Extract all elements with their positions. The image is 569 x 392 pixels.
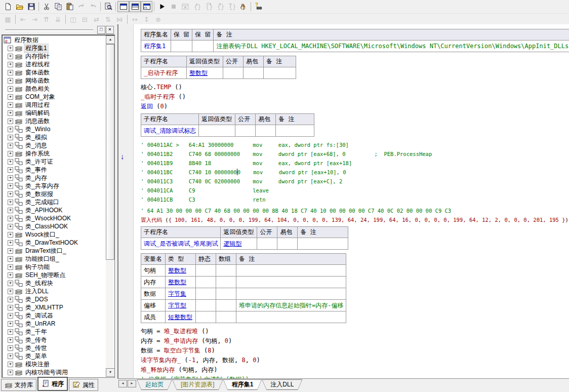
tree-item[interactable]: +类_传奇 (3, 336, 106, 344)
code-editor[interactable]: ↓ 程序集名保 留保 留备 注程序集1 注册表钩子DLL HKEY_LOCAL_… (117, 24, 569, 379)
code-line[interactable]: 返回 (0) (141, 102, 569, 111)
expand-icon[interactable]: + (8, 370, 13, 375)
tree-item[interactable]: +程序集1 (3, 44, 106, 52)
tree-scrollbar[interactable]: ▲ ▼ (106, 35, 114, 377)
table-cell[interactable]: 堆申请的内存信息起始指针=内存-偏移 (236, 300, 346, 311)
expand-icon[interactable]: + (8, 232, 13, 238)
expand-icon[interactable]: + (8, 86, 13, 92)
table-cell[interactable] (199, 125, 235, 137)
tree-item[interactable]: +类_共享内存 (3, 182, 106, 190)
code-line[interactable]: ' 004011CB C3 retn (141, 195, 569, 204)
expand-icon[interactable]: + (8, 240, 13, 246)
tree-item[interactable]: +调用过程 (3, 101, 106, 109)
code-line[interactable]: 核心.TEMP () (141, 83, 569, 92)
table-cell[interactable]: 调试_清除调试标志 (141, 125, 199, 137)
tree-item[interactable]: +DrawText接口_ (3, 247, 106, 255)
tree-item[interactable]: +COM_对象 (3, 93, 106, 101)
table-cell[interactable] (276, 125, 314, 137)
table-cell[interactable]: 句柄 (141, 265, 166, 277)
editor-content[interactable]: 程序集名保 留保 留备 注程序集1 注册表钩子DLL HKEY_LOCAL_MA… (134, 24, 569, 379)
tree-root[interactable]: e 程序数据 (3, 36, 106, 44)
table-cell[interactable] (216, 265, 236, 277)
tree-item[interactable]: +编码解码 (3, 109, 106, 117)
save-button[interactable] (25, 1, 37, 12)
table-cell[interactable]: 字节集 (166, 288, 196, 300)
code-line[interactable]: 句柄 = 堆_取进程堆 () (141, 327, 569, 336)
expand-icon[interactable]: + (8, 183, 13, 189)
table-cell[interactable]: 偏移 (141, 300, 166, 311)
open-button[interactable] (14, 1, 25, 12)
run-button[interactable] (156, 1, 168, 12)
table-cell[interactable] (196, 300, 216, 311)
tree-item[interactable]: +类_WinIo (3, 125, 106, 133)
expand-icon[interactable]: + (8, 362, 13, 367)
table-cell[interactable] (216, 311, 236, 323)
table-cell[interactable] (236, 265, 346, 277)
table-cell[interactable]: 整数型 (166, 265, 196, 277)
tree-item[interactable]: +类_消息 (3, 141, 106, 149)
tree-item[interactable]: +类_DrawTextHOOK (3, 239, 106, 247)
tree-item[interactable]: +功能接口组_ (3, 255, 106, 263)
tree-item[interactable]: +钩子功能 (3, 263, 106, 271)
table-cell[interactable]: 逻辑型 (221, 238, 257, 250)
expand-icon[interactable]: + (8, 70, 13, 75)
scrollbar-thumb[interactable] (106, 44, 114, 260)
code-line[interactable]: 数据 = 取空白字节集 (8) (141, 346, 569, 356)
tree-item[interactable]: +类_UnRAR (3, 320, 106, 328)
expand-icon[interactable]: + (8, 127, 13, 132)
code-line[interactable]: ' 004011CA C9 leave (141, 186, 569, 195)
expand-icon[interactable]: + (8, 119, 13, 124)
table-cell[interactable] (223, 67, 243, 79)
expand-icon[interactable]: + (8, 62, 13, 67)
paste-button[interactable] (64, 1, 75, 12)
expand-icon[interactable]: + (8, 313, 13, 319)
expand-icon[interactable]: + (8, 191, 13, 197)
help-find-button[interactable]: ? (253, 1, 264, 12)
code-line[interactable]: 读字节集内存_ (-1, 内存, 数据, 8, 0) (141, 356, 569, 365)
tree-item[interactable]: +类_菜单 (3, 352, 106, 360)
tree-item[interactable]: +窗体函数 (3, 68, 106, 76)
expand-icon[interactable]: + (8, 256, 13, 262)
table-cell[interactable] (216, 300, 236, 311)
code-line[interactable]: ' 004011B9 8B40 18 mov eax, dword ptr [e… (141, 159, 569, 168)
tree-item[interactable]: +Wsock接口_ (3, 230, 106, 239)
tree-item[interactable]: +类_许可证 (3, 158, 106, 166)
copy-button[interactable] (52, 1, 64, 12)
scroll-up-button[interactable]: ▲ (106, 35, 115, 44)
expand-icon[interactable]: + (8, 135, 13, 140)
tree-item[interactable]: +类_WsockHOOK (3, 214, 106, 222)
table-cell[interactable]: 数据 (141, 288, 166, 300)
expand-icon[interactable]: + (8, 167, 13, 173)
expand-icon[interactable]: + (8, 143, 13, 148)
expand-icon[interactable]: + (8, 329, 13, 335)
doc-tab-注入DLL[interactable]: 注入DLL (262, 379, 302, 390)
table-cell[interactable] (298, 238, 348, 250)
expand-icon[interactable]: + (8, 159, 13, 165)
table-cell[interactable] (196, 265, 216, 277)
table-cell[interactable]: 成员 (141, 311, 166, 323)
sidebar-tab-支持库[interactable]: 支持库 (1, 379, 36, 391)
scroll-down-button[interactable]: ▼ (106, 368, 115, 377)
tree-item[interactable]: +类_ClassHOOK (3, 222, 106, 230)
tree-item[interactable]: +类_APIHOOK (3, 206, 106, 214)
table-cell[interactable] (243, 67, 264, 79)
tree-item[interactable]: +类_千年 (3, 328, 106, 336)
tree-item[interactable]: +内存指针 (3, 52, 106, 60)
tree-item[interactable]: +类_模拟 (3, 133, 106, 141)
tree-item[interactable]: +注入DLL (3, 287, 106, 295)
table-cell[interactable] (196, 311, 216, 323)
pause-hand-button[interactable] (237, 1, 249, 12)
table-cell[interactable] (277, 238, 298, 250)
table-cell[interactable] (235, 125, 256, 137)
tree-item[interactable]: +颜色相关 (3, 85, 106, 93)
panel-close-button[interactable]: × (106, 26, 114, 34)
tree-item[interactable]: +类_内存 (3, 174, 106, 182)
window-layout-3-button[interactable] (141, 1, 152, 12)
code-line[interactable]: 置入代码 ({ 100, 161, 48, 0, 0, 0, 199, 64, … (141, 215, 569, 224)
expand-icon[interactable]: + (8, 102, 13, 108)
table-cell[interactable]: 整数型 (166, 277, 196, 288)
table-cell[interactable]: 字节型 (166, 300, 196, 311)
table-cell[interactable] (216, 277, 236, 288)
expand-icon[interactable]: + (8, 200, 13, 205)
table-cell[interactable] (236, 311, 346, 323)
